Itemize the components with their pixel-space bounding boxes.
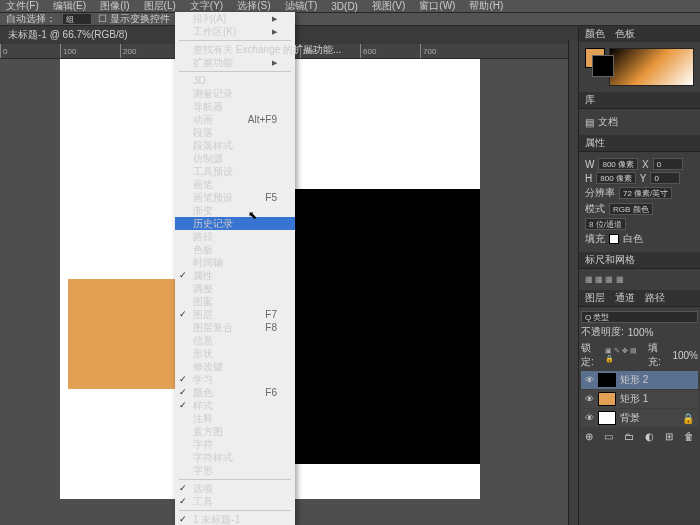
fg-bg-swatch[interactable]: [585, 48, 605, 68]
layer-name: 矩形 2: [620, 373, 648, 387]
menu-entry[interactable]: 直方图: [175, 425, 295, 438]
tab-layers[interactable]: 图层: [585, 291, 605, 305]
prop-x[interactable]: 0: [653, 158, 683, 170]
menu-entry[interactable]: 色板: [175, 243, 295, 256]
layers-tabs: 图层 通道 路径: [579, 290, 700, 306]
layer-thumb: [598, 392, 616, 406]
layers-panel: Q 类型 不透明度:100% 锁定:▣ ✎ ✥ ▤ 🔒 填充:100% 👁矩形 …: [579, 306, 700, 446]
menu-entry[interactable]: 学习: [175, 373, 295, 386]
color-spectrum[interactable]: [609, 48, 694, 86]
menu-entry[interactable]: 样式: [175, 399, 295, 412]
visibility-icon[interactable]: 👁: [585, 394, 594, 404]
prop-y[interactable]: 0: [650, 172, 680, 184]
opt-combo[interactable]: 组: [62, 13, 92, 25]
new-layer-icon[interactable]: ⊞: [665, 431, 673, 442]
properties-panel: W800 像素X0 H800 像素Y0 分辨率72 像素/英寸 模式RGB 颜色…: [579, 151, 700, 252]
tab-paths[interactable]: 路径: [645, 291, 665, 305]
menu-entry[interactable]: 信息: [175, 334, 295, 347]
menu-item[interactable]: 帮助(H): [469, 0, 503, 13]
window-menu-dropdown[interactable]: 排列(A)工作区(K)查找有关 Exchange 的扩展功能...扩展功能3D测…: [175, 12, 295, 525]
menu-entry[interactable]: 调整: [175, 282, 295, 295]
menu-entry[interactable]: 工作区(K): [175, 25, 295, 38]
menu-entry[interactable]: 动画Alt+F9: [175, 113, 295, 126]
menu-entry[interactable]: 渐变: [175, 204, 295, 217]
menu-entry[interactable]: 工具预设: [175, 165, 295, 178]
menu-entry[interactable]: 工具: [175, 495, 295, 508]
menu-entry[interactable]: 字符: [175, 438, 295, 451]
tab-ruler-grid[interactable]: 标尺和网格: [585, 253, 635, 267]
cursor-icon: ⬉: [248, 209, 257, 222]
layer-kind[interactable]: Q 类型: [581, 311, 698, 323]
menu-entry[interactable]: 排列(A): [175, 12, 295, 25]
menu-entry[interactable]: 注释: [175, 412, 295, 425]
menu-entry[interactable]: 3D: [175, 74, 295, 87]
tab-properties[interactable]: 属性: [585, 136, 605, 150]
menu-entry[interactable]: 测量记录: [175, 87, 295, 100]
layer-row[interactable]: 👁矩形 1: [581, 390, 698, 408]
props-tabs: 属性: [579, 135, 700, 151]
menu-entry[interactable]: 仿制源: [175, 152, 295, 165]
menu-entry[interactable]: 选项: [175, 482, 295, 495]
visibility-icon[interactable]: 👁: [585, 413, 594, 423]
mask-icon[interactable]: ▭: [604, 431, 613, 442]
menu-entry[interactable]: 段落样式: [175, 139, 295, 152]
prop-mode[interactable]: RGB 颜色: [609, 203, 653, 215]
lib-panel: ▤文档: [579, 108, 700, 135]
document-tab[interactable]: 未标题-1 @ 66.7%(RGB/8): [8, 28, 128, 42]
tab-color[interactable]: 颜色: [585, 27, 605, 41]
prop-h[interactable]: 800 像素: [596, 172, 636, 184]
fx-icon[interactable]: ⊕: [585, 431, 593, 442]
ruler-panel: ▦ ▦ ▦ ▦: [579, 268, 700, 290]
menu-item[interactable]: 3D(D): [331, 1, 358, 12]
layer-thumb: [598, 373, 616, 387]
options-bar: 自动选择： 组 ☐ 显示变换控件: [0, 13, 700, 26]
menu-item[interactable]: 窗口(W): [419, 0, 455, 13]
doc-icon: ▤: [585, 117, 594, 128]
ruler-tabs: 标尺和网格: [579, 252, 700, 268]
menu-entry[interactable]: 字符样式: [175, 451, 295, 464]
menu-item[interactable]: 编辑(E): [53, 0, 86, 13]
right-panels: 颜色 色板 库 ▤文档 属性 W800 像素X0 H800 像素Y0 分辨率72…: [578, 26, 700, 525]
layer-name: 背景: [620, 411, 640, 425]
menu-entry[interactable]: 画笔: [175, 178, 295, 191]
menu-entry[interactable]: 画笔预设F5: [175, 191, 295, 204]
menu-entry[interactable]: 时间轴: [175, 256, 295, 269]
visibility-icon[interactable]: 👁: [585, 375, 594, 385]
menu-entry[interactable]: 修改键: [175, 360, 295, 373]
tab-channels[interactable]: 通道: [615, 291, 635, 305]
layer-thumb: [598, 411, 616, 425]
layer-row[interactable]: 👁背景🔒: [581, 409, 698, 427]
tab-library[interactable]: 库: [585, 93, 595, 107]
prop-depth[interactable]: 8 位/通道: [585, 218, 626, 230]
menu-entry[interactable]: 段落: [175, 126, 295, 139]
menu-entry[interactable]: 路径: [175, 230, 295, 243]
layer-row[interactable]: 👁矩形 2: [581, 371, 698, 389]
menu-item[interactable]: 视图(V): [372, 0, 405, 13]
menu-entry[interactable]: 图案: [175, 295, 295, 308]
menu-entry[interactable]: 字形: [175, 464, 295, 477]
menu-entry[interactable]: 图层F7: [175, 308, 295, 321]
opt-checkbox[interactable]: ☐ 显示变换控件: [98, 12, 170, 26]
mini-toolstrip: [568, 40, 578, 525]
trash-icon[interactable]: 🗑: [684, 431, 694, 442]
menu-entry[interactable]: 扩展功能: [175, 56, 295, 69]
menu-entry[interactable]: 1 未标题-1: [175, 513, 295, 525]
color-panel: [579, 42, 700, 92]
menu-entry[interactable]: 属性: [175, 269, 295, 282]
prop-res[interactable]: 72 像素/英寸: [619, 187, 672, 199]
menu-entry[interactable]: 导航器: [175, 100, 295, 113]
menu-entry[interactable]: 历史记录: [175, 217, 295, 230]
menu-entry[interactable]: 查找有关 Exchange 的扩展功能...: [175, 43, 295, 56]
menu-entry[interactable]: 图层复合F8: [175, 321, 295, 334]
prop-w[interactable]: 800 像素: [598, 158, 638, 170]
folder-icon[interactable]: 🗀: [624, 431, 634, 442]
opt-label: 自动选择：: [6, 12, 56, 26]
fill-swatch[interactable]: [609, 234, 619, 244]
lib-tabs: 库: [579, 92, 700, 108]
menu-entry[interactable]: 形状: [175, 347, 295, 360]
shape-rect-orange[interactable]: [68, 279, 178, 389]
color-panel-tabs: 颜色 色板: [579, 26, 700, 42]
menu-entry[interactable]: 颜色F6: [175, 386, 295, 399]
adjust-icon[interactable]: ◐: [645, 431, 654, 442]
tab-swatches[interactable]: 色板: [615, 27, 635, 41]
